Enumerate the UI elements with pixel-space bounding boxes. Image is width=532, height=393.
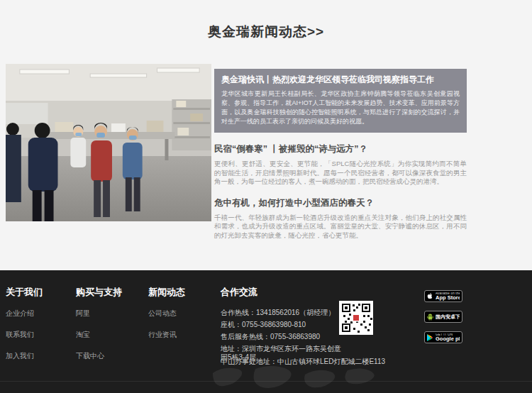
qr-code-image [339, 301, 373, 335]
article-title[interactable]: 奥金瑞快讯丨热烈欢迎龙华区领导莅临我司视察指导工作 [221, 74, 460, 86]
footer-divider [0, 381, 532, 382]
article-title[interactable]: 危中有机，如何打造中小型酒店的春天？ [214, 197, 467, 209]
app-download-badges: Available on the App Store 国内安卓下载 [424, 290, 462, 352]
android-download-badge[interactable]: 国内安卓下载 [424, 311, 462, 323]
article-summary: 千禧一代、年轻族群成为新一轮酒店升级改造的重点关注对象，他们身上的社交属性和需求… [214, 214, 467, 240]
google-play-badge[interactable]: GET IT ON Google play [424, 331, 462, 343]
footer-heading: 关于我们 [6, 286, 76, 299]
site-footer: 关于我们 企业介绍 联系我们 加入我们 购买与支持 阿里 淘宝 下载中心 新闻动… [0, 270, 532, 393]
factory-visit-photo-illustration [6, 64, 211, 221]
app-store-badge[interactable]: Available on the App Store [424, 290, 462, 302]
world-map-decoration [206, 365, 419, 393]
apple-icon [427, 292, 433, 300]
article-summary: 龙华区城市更新局王长桂副局长、龙华区政协主席钟荫腾等领导莅临东吴创意园视察、参观… [221, 89, 460, 126]
badge-main-text: Google play [436, 336, 460, 342]
page-title[interactable]: 奥金瑞新闻动态>> [208, 23, 324, 41]
footer-link-industry-info[interactable]: 行业资讯 [148, 330, 221, 340]
footer-link-download-center[interactable]: 下载中心 [76, 351, 148, 361]
article-featured[interactable]: 奥金瑞快讯丨热烈欢迎龙华区领导莅临我司视察指导工作 龙华区城市更新局王长桂副局长… [214, 69, 467, 133]
news-photo[interactable] [6, 64, 211, 221]
hotline-number: 合作热线：13418562016（胡经理） [221, 309, 341, 317]
footer-col-news: 新闻动态 公司动态 行业资讯 [148, 286, 221, 372]
footer-col-buy-support: 购买与支持 阿里 淘宝 下载中心 [76, 286, 148, 372]
news-content: 奥金瑞快讯丨热烈欢迎龙华区领导莅临我司视察指导工作 龙华区城市更新局王长桂副局长… [0, 64, 532, 240]
footer-link-contact-us[interactable]: 联系我们 [6, 330, 76, 340]
badge-main-text: App Store [436, 295, 460, 301]
footer-link-taobao[interactable]: 淘宝 [76, 330, 148, 340]
footer-heading: 新闻动态 [148, 286, 221, 299]
article-item[interactable]: 危中有机，如何打造中小型酒店的春天？ 千禧一代、年轻族群成为新一轮酒店升级改造的… [214, 197, 467, 240]
news-section-header: 奥金瑞新闻动态>> [0, 0, 532, 64]
footer-link-ali[interactable]: 阿里 [76, 309, 148, 319]
footer-heading: 购买与支持 [76, 286, 148, 299]
footer-col-about: 关于我们 企业介绍 联系我们 加入我们 [6, 286, 76, 372]
landline-number: 座机：0755-36863980-810 [221, 321, 341, 329]
google-play-icon [427, 333, 433, 341]
footer-link-company-intro[interactable]: 企业介绍 [6, 309, 76, 319]
news-article-list: 奥金瑞快讯丨热烈欢迎龙华区领导莅临我司视察指导工作 龙华区城市更新局王长桂副局长… [214, 64, 467, 240]
footer-link-join-us[interactable]: 加入我们 [6, 351, 76, 361]
wechat-qr-code [339, 301, 373, 335]
footer-heading: 合作交流 [221, 286, 341, 299]
article-title[interactable]: 民宿“倒春寒” 丨被摧毁的“诗与远方”？ [214, 143, 467, 155]
article-summary: 更便利、更舒适、更安全、更节能，「SPLC随心光控系统」为你实现简约而不简单的智… [214, 160, 467, 187]
android-icon [427, 313, 433, 321]
badge-main-text: 国内安卓下载 [436, 314, 460, 319]
footer-link-company-news[interactable]: 公司动态 [148, 309, 221, 319]
article-item[interactable]: 民宿“倒春寒” 丨被摧毁的“诗与远方”？ 更便利、更舒适、更安全、更节能，「SP… [214, 143, 467, 187]
after-sales-number: 售后服务热线：0755-36863980 [221, 333, 341, 341]
